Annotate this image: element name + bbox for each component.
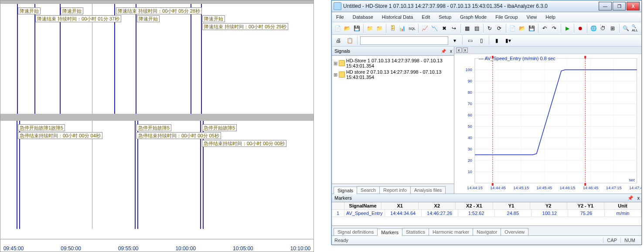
- folder-remove-icon[interactable]: 📁: [375, 24, 384, 33]
- pin-icon[interactable]: 📌: [627, 195, 634, 201]
- event-label[interactable]: 急停开始故障5: [136, 124, 171, 131]
- menu-database[interactable]: Database: [351, 14, 375, 20]
- event-label[interactable]: 急停开始故障1故障5: [18, 124, 65, 131]
- marker-header[interactable]: [332, 202, 344, 209]
- refresh2-icon[interactable]: ⟳: [495, 24, 504, 33]
- tab-overview[interactable]: Overview: [501, 228, 528, 235]
- dropdown-icon[interactable]: ▾: [450, 36, 460, 45]
- event-label[interactable]: 急停开始故障5: [202, 124, 237, 131]
- marker-header[interactable]: Y2 - Y1: [567, 202, 604, 209]
- event-label[interactable]: 降速开始: [61, 7, 83, 14]
- marker-cell[interactable]: 14:44:34.64: [385, 210, 422, 217]
- marker-cell[interactable]: AV_Speed_Entry: [344, 210, 385, 217]
- globe-icon[interactable]: 🌐: [589, 24, 598, 33]
- expand-icon[interactable]: ⊞: [334, 61, 337, 66]
- signals-tree[interactable]: ⊞HD-Store 1 07.10.13 14:27:37.998 - 07.1…: [332, 56, 454, 184]
- event-label[interactable]: 急停结束持续时间：00小时 00分 05秒: [136, 132, 221, 139]
- event-label[interactable]: 急停结束持续时间：00小时 00分 00秒: [202, 140, 286, 147]
- timeline-track-2[interactable]: 急停开始故障1故障5急停开始故障5急停开始故障5急停结束持续时间：00小时 00…: [0, 121, 313, 229]
- marker-cell[interactable]: 14:46:27.26: [422, 210, 458, 217]
- close-button[interactable]: X: [627, 2, 640, 10]
- pin-icon[interactable]: 📌: [441, 49, 446, 54]
- tab-harmonic-marker[interactable]: Harmonic marker: [429, 228, 473, 235]
- menu-help[interactable]: Help: [544, 14, 557, 20]
- address-input[interactable]: [360, 36, 448, 45]
- marker-header[interactable]: Unit: [604, 202, 641, 209]
- save-icon[interactable]: 💾: [353, 24, 361, 33]
- tab-analysis-files[interactable]: Analysis files: [410, 186, 446, 194]
- marker-header[interactable]: Y2: [530, 202, 567, 209]
- menu-view[interactable]: View: [525, 14, 539, 20]
- db-chart-icon[interactable]: 📊: [398, 24, 406, 33]
- save2-icon[interactable]: 💾: [528, 24, 536, 33]
- grid-icon[interactable]: ▦: [463, 24, 471, 33]
- menu-historical-data[interactable]: Historical Data: [380, 14, 415, 20]
- hist-icon[interactable]: ⊞: [609, 24, 617, 33]
- event-label[interactable]: 急停结束持续时间：00小时 00分 04秒: [18, 132, 102, 139]
- nav2-icon[interactable]: ▯: [477, 36, 486, 45]
- maximize-button[interactable]: ❐: [613, 2, 626, 10]
- event-label[interactable]: 降速开始: [202, 15, 225, 22]
- tree-item[interactable]: ⊞HD store 2 07.10.13 14:27:37.998 - 07.1…: [334, 69, 452, 80]
- close-x-icon-2[interactable]: x: [463, 48, 468, 53]
- new2-icon[interactable]: 📄: [508, 24, 517, 33]
- refresh-icon[interactable]: ↻: [486, 24, 494, 33]
- marker-header[interactable]: X2 - X1: [456, 202, 493, 209]
- marker-header[interactable]: SignalName: [344, 202, 382, 209]
- menu-setup[interactable]: Setup: [437, 14, 453, 20]
- close-pane-icon[interactable]: x: [637, 195, 640, 201]
- bar-icon[interactable]: ▮: [492, 36, 501, 45]
- run-icon[interactable]: ▶: [563, 24, 572, 33]
- chart-icon[interactable]: 📈: [421, 24, 429, 33]
- tab-search[interactable]: Search: [357, 186, 380, 194]
- marker-cell[interactable]: m/min: [605, 210, 641, 217]
- tab-report-info[interactable]: Report info: [379, 186, 411, 194]
- print-icon[interactable]: 🖨: [334, 36, 343, 45]
- chart-body[interactable]: — AV_Speed_Entry (m/min) 0.8 sec 1020304…: [454, 54, 641, 194]
- close-x-icon[interactable]: x: [456, 48, 462, 53]
- tab-signals[interactable]: Signals: [334, 187, 357, 194]
- new-icon[interactable]: 📄: [334, 24, 342, 33]
- tab-navigator[interactable]: Navigator: [473, 228, 501, 235]
- db-icon[interactable]: 🗄: [388, 24, 397, 33]
- marker-header[interactable]: X2: [419, 202, 456, 209]
- marker-cell[interactable]: 1: [332, 210, 344, 217]
- event-label[interactable]: 降速结束 持续时间：00小时 01分 37秒: [35, 15, 121, 22]
- event-label[interactable]: 降速开始: [18, 7, 41, 14]
- tab-statistics[interactable]: Statistics: [402, 228, 429, 235]
- marker-cell[interactable]: 24.85: [495, 210, 532, 217]
- timer-icon[interactable]: ⏱: [599, 24, 607, 33]
- marker-cell[interactable]: 75.26: [568, 210, 605, 217]
- bars-icon[interactable]: ▮▾: [503, 36, 513, 45]
- markers-table[interactable]: SignalNameX1X2X2 - X1Y1Y2Y2 - Y1Unit1AV_…: [332, 202, 641, 225]
- event-label[interactable]: 降速开始: [137, 15, 160, 22]
- arrow-icon[interactable]: ↪: [450, 24, 458, 33]
- menu-file-group[interactable]: File Group: [494, 14, 519, 20]
- marker-cell[interactable]: 100.12: [532, 210, 568, 217]
- tab-signal-definitions[interactable]: Signal definitions: [334, 228, 378, 235]
- menu-edit[interactable]: Edit: [420, 14, 432, 20]
- undo-icon[interactable]: ↶: [541, 24, 549, 33]
- record-icon[interactable]: ⏺: [576, 24, 585, 33]
- zoom-icon[interactable]: 🔍: [622, 24, 630, 33]
- chart-remove-icon[interactable]: 📉: [430, 24, 439, 33]
- zoomall-icon[interactable]: 🔍ALL: [631, 24, 640, 33]
- open-icon[interactable]: 📂: [343, 24, 351, 33]
- event-label[interactable]: 降速结束 持续时间：00小时 05分 28秒: [116, 7, 202, 14]
- expand-icon[interactable]: ⊞: [334, 72, 337, 78]
- event-label[interactable]: 降速结束 持续时间：00小时 05分 29秒: [202, 23, 288, 30]
- marker-header[interactable]: Y1: [493, 202, 530, 209]
- minimize-button[interactable]: —: [599, 2, 612, 10]
- timeline-track-1[interactable]: 降速开始降速开始降速结束 持续时间：00小时 05分 28秒降速结束 持续时间：…: [0, 4, 313, 114]
- menu-graph-mode[interactable]: Graph Mode: [458, 14, 488, 20]
- open2-icon[interactable]: 📂: [518, 24, 526, 33]
- folder-blue-icon[interactable]: 📁: [366, 24, 374, 33]
- preview-icon[interactable]: 📋: [345, 36, 354, 45]
- cross-icon[interactable]: ✖: [440, 24, 449, 33]
- marker-header[interactable]: X1: [382, 202, 419, 209]
- marker-cell[interactable]: 1:52.62: [458, 210, 495, 217]
- menu-file[interactable]: File: [334, 14, 346, 20]
- tab-markers[interactable]: Markers: [377, 228, 402, 236]
- grid2-icon[interactable]: ▤: [473, 24, 481, 33]
- tree-item[interactable]: ⊞HD-Store 1 07.10.13 14:27:37.998 - 07.1…: [334, 58, 452, 69]
